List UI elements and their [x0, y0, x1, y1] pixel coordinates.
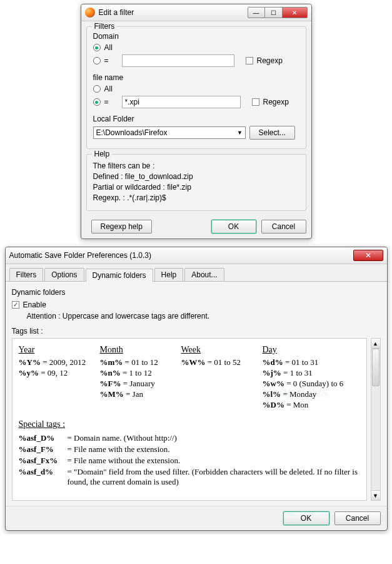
domain-regexp-label: Regexp [257, 56, 283, 65]
tag-line: %w% = 0 (Sunday) to 6 [263, 379, 344, 389]
domain-all-label: All [104, 43, 113, 52]
maximize-button[interactable]: ☐ [265, 7, 283, 18]
tag-line: %l% = Monday [263, 389, 344, 399]
enable-checkbox[interactable] [12, 301, 19, 309]
ok-button[interactable]: OK [283, 511, 329, 525]
tag-line: %j% = 1 to 31 [263, 368, 344, 378]
help-line: Defined : file_to_download.zip [93, 172, 299, 181]
regexp-help-button[interactable]: Regexp help [91, 220, 152, 233]
scroll-down-icon[interactable]: ▼ [371, 490, 380, 500]
titlebar[interactable]: Automatic Save Folder Preferences (1.0.3… [6, 247, 387, 264]
section-title: Dynamic folders [12, 288, 381, 297]
ok-button[interactable]: OK [211, 220, 256, 233]
help-line: Regexp. : .*(.rar|.zip)$ [93, 193, 299, 202]
localfolder-select[interactable]: E:\Downloads\Firefox ▼ [93, 126, 246, 139]
tag-line: %m% = 01 to 12 [100, 357, 169, 367]
domain-label: Domain [93, 32, 299, 41]
month-heading: Month [100, 345, 169, 355]
dialog-footer: Regexp help OK Cancel [86, 216, 306, 233]
select-folder-button[interactable]: Select... [249, 126, 295, 140]
special-heading: Special tags : [19, 419, 360, 429]
special-row: %asf_Fx%= File name without the extensio… [19, 456, 360, 466]
scroll-up-icon[interactable]: ▲ [371, 339, 380, 349]
tab-help[interactable]: Help [154, 268, 184, 281]
localfolder-value: E:\Downloads\Firefox [94, 127, 235, 138]
window-body: SnapFiles Filters Domain All = Regexp fi… [81, 21, 311, 238]
domain-eq-radio[interactable] [93, 57, 101, 64]
domain-eq-label: = [104, 56, 118, 65]
cancel-button[interactable]: Cancel [261, 220, 306, 233]
chevron-down-icon: ▼ [235, 130, 245, 136]
tag-line: %Y% = 2009, 2012 [19, 357, 88, 367]
tag-line: %y% = 09, 12 [19, 368, 88, 378]
tag-line: %W% = 01 to 52 [181, 357, 250, 367]
filename-eq-radio[interactable] [93, 98, 101, 106]
filename-label: file name [93, 73, 299, 82]
filename-value-input[interactable] [122, 96, 241, 108]
tag-line: %d% = 01 to 31 [263, 357, 344, 367]
edit-filter-window: Edit a filter — ☐ ✕ SnapFiles Filters Do… [81, 4, 312, 239]
month-column: Month %m% = 01 to 12 %n% = 1 to 12 %F% =… [100, 345, 169, 411]
week-column: Week %W% = 01 to 52 [181, 345, 250, 411]
week-heading: Week [181, 345, 250, 355]
help-line: The filters can be : [93, 162, 299, 170]
special-row: %asf_D%= Domain name. (Without http://) [19, 433, 360, 443]
scroll-thumb[interactable] [372, 349, 379, 386]
tags-content: SnapFiles Year %Y% = 2009, 2012 %y% = 09… [12, 338, 367, 501]
tab-panel: Dynamic folders Enable Attention : Upper… [6, 281, 387, 506]
tab-options[interactable]: Options [44, 268, 84, 281]
minimize-button[interactable]: — [248, 7, 265, 18]
close-button[interactable]: ✕ [353, 250, 383, 261]
tagslist-label: Tags list : [12, 327, 381, 336]
tags-area: SnapFiles Year %Y% = 2009, 2012 %y% = 09… [12, 338, 381, 501]
tag-line: %D% = Mon [263, 400, 344, 410]
filename-eq-label: = [104, 98, 118, 106]
tag-line: %F% = January [100, 379, 169, 389]
tab-about[interactable]: About... [184, 268, 224, 281]
tab-filters[interactable]: Filters [9, 268, 44, 281]
window-title: Edit a filter [99, 8, 248, 17]
filename-all-radio[interactable] [93, 85, 101, 93]
tab-bar: Filters Options Dynamic folders Help Abo… [6, 264, 387, 281]
cancel-button[interactable]: Cancel [334, 511, 381, 525]
domain-regexp-checkbox[interactable] [246, 57, 253, 64]
close-button[interactable]: ✕ [283, 7, 308, 18]
filters-fieldset: Filters Domain All = Regexp file name Al… [86, 26, 306, 149]
domain-value-input[interactable] [122, 54, 234, 67]
enable-label: Enable [23, 300, 46, 309]
help-line: Partial or wildcarded : file*.zip [93, 183, 299, 192]
window-buttons: — ☐ ✕ [248, 7, 308, 18]
day-heading: Day [263, 345, 344, 355]
titlebar[interactable]: Edit a filter — ☐ ✕ [81, 4, 311, 21]
firefox-icon [85, 8, 95, 18]
tag-line: %M% = Jan [100, 389, 169, 399]
day-column: Day %d% = 01 to 31 %j% = 1 to 31 %w% = 0… [263, 345, 344, 411]
scroll-track[interactable] [371, 349, 380, 490]
dialog-footer: OK Cancel [6, 506, 387, 530]
tag-line: %n% = 1 to 12 [100, 368, 169, 378]
special-tags: Special tags : %asf_D%= Domain name. (Wi… [19, 419, 360, 487]
attention-text: Attention : Uppercase and lowercase tags… [27, 312, 381, 320]
tab-dynamic-folders[interactable]: Dynamic folders [86, 269, 153, 282]
special-row: %asf_F%= File name with the extension. [19, 444, 360, 454]
localfolder-label: Local Folder [93, 115, 299, 123]
filters-legend: Filters [92, 22, 118, 31]
help-fieldset: Help The filters can be : Defined : file… [86, 154, 306, 211]
vertical-scrollbar[interactable]: ▲ ▼ [371, 338, 381, 501]
filename-all-label: All [104, 85, 113, 93]
filename-regexp-checkbox[interactable] [252, 98, 259, 106]
preferences-window: Automatic Save Folder Preferences (1.0.3… [5, 247, 388, 531]
special-row: %asf_d%= "Domain" field from the used fi… [19, 467, 360, 487]
year-column: Year %Y% = 2009, 2012 %y% = 09, 12 [19, 345, 88, 411]
help-legend: Help [92, 150, 113, 158]
domain-all-radio[interactable] [93, 44, 101, 51]
filename-regexp-label: Regexp [263, 98, 289, 106]
window-title: Automatic Save Folder Preferences (1.0.3… [9, 251, 353, 260]
year-heading: Year [19, 345, 88, 355]
